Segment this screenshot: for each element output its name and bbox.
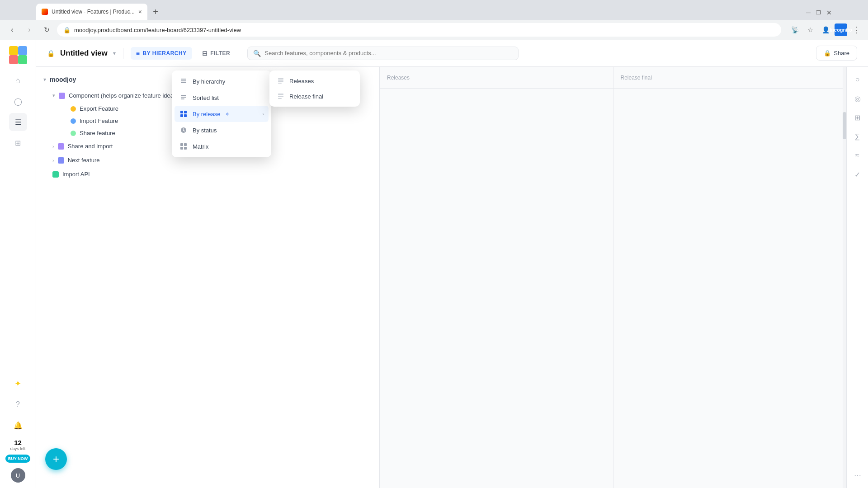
next-title: Next feature	[68, 157, 100, 164]
release-final-icon	[277, 92, 285, 100]
fab-button[interactable]: +	[45, 448, 67, 470]
releases-icon	[277, 77, 285, 85]
address-bar[interactable]: 🔒 moodjoy.productboard.com/feature-board…	[57, 23, 781, 37]
right-icon-2[interactable]: ◎	[850, 91, 865, 106]
release-submenu: Releases Release final	[269, 70, 360, 107]
svg-rect-22	[278, 96, 283, 97]
feature-group-import-api: Import API	[43, 167, 373, 181]
nav-reload[interactable]: ↻	[40, 23, 53, 37]
sidebar-item-home[interactable]: ⌂	[9, 71, 27, 89]
buy-now-button[interactable]: BUY NOW	[5, 455, 30, 463]
days-label: days left	[10, 446, 26, 451]
browser-tab[interactable]: Untitled view - Features | Produc... ×	[36, 4, 147, 20]
nav-forward[interactable]: ›	[23, 23, 36, 37]
import-title: Import Feature	[80, 117, 118, 124]
svg-rect-17	[184, 147, 187, 150]
group-expand-icon-next[interactable]: ›	[52, 158, 54, 163]
export-color-dot	[71, 106, 76, 112]
sidebar-item-roadmap[interactable]: ⊞	[9, 134, 27, 152]
sorted-menu-label: Sorted list	[193, 94, 219, 101]
lock-icon: 🔒	[63, 27, 71, 33]
menu-item-matrix[interactable]: Matrix	[175, 138, 269, 155]
api-title: Import API	[62, 171, 90, 178]
release-final-column-header[interactable]: Release final	[613, 67, 847, 88]
menu-item-hierarchy[interactable]: By hierarchy	[175, 73, 269, 89]
sidebar-bell-icon[interactable]: 🔔	[9, 416, 27, 434]
svg-rect-6	[181, 82, 186, 83]
tab-title: Untitled view - Features | Produc...	[52, 9, 135, 15]
group-expand-icon[interactable]: ›	[52, 144, 54, 149]
right-icon-3[interactable]: ⊞	[850, 110, 865, 125]
svg-rect-1	[18, 46, 27, 55]
sidebar-item-features[interactable]: ☰	[9, 113, 27, 131]
right-icon-5[interactable]: ≈	[850, 148, 865, 163]
share-lock-icon: 🔒	[824, 50, 831, 56]
menu-item-sorted[interactable]: Sorted list	[175, 89, 269, 106]
release-final-label: Release final	[289, 93, 323, 100]
hierarchy-menu-label: By hierarchy	[193, 78, 225, 85]
nav-back[interactable]: ‹	[5, 23, 19, 37]
release-item-releases[interactable]: Releases	[272, 73, 357, 89]
app-logo[interactable]	[8, 45, 28, 65]
svg-rect-21	[278, 94, 283, 95]
search-input[interactable]	[264, 50, 513, 56]
right-icon-more[interactable]: ⋯	[850, 468, 865, 483]
search-box[interactable]: 🔍	[247, 47, 519, 60]
svg-rect-4	[181, 79, 186, 80]
export-title: Export Feature	[80, 105, 118, 112]
releases-label: Releases	[289, 78, 314, 84]
tab-close-icon[interactable]: ×	[138, 8, 142, 15]
view-title[interactable]: Untitled view	[60, 49, 108, 58]
svg-rect-19	[278, 80, 283, 82]
scrollbar-track[interactable]	[843, 67, 846, 488]
hierarchy-button[interactable]: ≡ BY HIERARCHY	[131, 47, 192, 60]
releases-column-header[interactable]: Releases	[380, 67, 613, 88]
new-tab-button[interactable]: +	[149, 5, 162, 18]
share-import-color-dot	[58, 143, 64, 150]
menu-item-release[interactable]: By release ⌖ ›	[175, 106, 269, 122]
svg-rect-8	[181, 97, 186, 98]
sidebar-sparkle-icon[interactable]: ✦	[9, 375, 27, 393]
svg-rect-2	[9, 55, 18, 64]
menu-item-status[interactable]: By status	[175, 122, 269, 138]
days-number: 12	[14, 439, 22, 446]
svg-rect-11	[184, 111, 187, 113]
extensions-icon[interactable]: Incognito	[835, 23, 847, 36]
releases-column	[380, 89, 613, 488]
window-restore[interactable]: ❐	[816, 9, 821, 16]
right-icon-4[interactable]: ∑	[850, 129, 865, 144]
sidebar-item-search[interactable]: ◯	[9, 92, 27, 110]
feature-group-header-api[interactable]: Import API	[43, 167, 373, 181]
window-minimize[interactable]: ─	[806, 9, 811, 16]
group-collapse-icon[interactable]: ▾	[52, 93, 55, 99]
component-color-dot	[59, 93, 65, 99]
hierarchy-icon: ≡	[136, 50, 140, 57]
sidebar-help-icon[interactable]: ?	[9, 395, 27, 413]
right-sidebar: ○ ◎ ⊞ ∑ ≈ ✓ ⋯	[846, 67, 868, 488]
component-title: Component (helps organize feature ideas)	[69, 92, 179, 99]
more-icon[interactable]: ⋮	[850, 23, 863, 36]
user-avatar[interactable]: U	[11, 468, 25, 483]
right-icon-1[interactable]: ○	[850, 72, 865, 87]
filter-button[interactable]: ⊟ FILTER	[198, 47, 235, 60]
svg-rect-3	[18, 55, 27, 64]
filter-label: FILTER	[210, 50, 230, 56]
lock-view-icon: 🔒	[47, 50, 55, 57]
moodjoy-collapse-icon[interactable]: ▾	[43, 76, 46, 83]
scrollbar-thumb[interactable]	[843, 112, 846, 139]
share-button[interactable]: 🔒 Share	[816, 46, 857, 61]
svg-rect-7	[181, 95, 186, 96]
right-icon-6[interactable]: ✓	[850, 167, 865, 182]
window-close[interactable]: ✕	[826, 9, 832, 16]
share-feature-title: Share feature	[80, 130, 115, 136]
svg-rect-0	[9, 46, 18, 55]
moodjoy-title: moodjoy	[50, 76, 76, 83]
view-title-chevron[interactable]: ▾	[113, 50, 116, 56]
release-menu-label: By release	[193, 111, 220, 117]
svg-rect-16	[180, 147, 183, 150]
cast-icon[interactable]: 📡	[788, 23, 801, 36]
bookmark-icon[interactable]: ☆	[804, 23, 816, 36]
matrix-menu-label: Matrix	[193, 143, 208, 150]
release-item-final[interactable]: Release final	[272, 89, 357, 104]
svg-rect-23	[278, 98, 282, 99]
